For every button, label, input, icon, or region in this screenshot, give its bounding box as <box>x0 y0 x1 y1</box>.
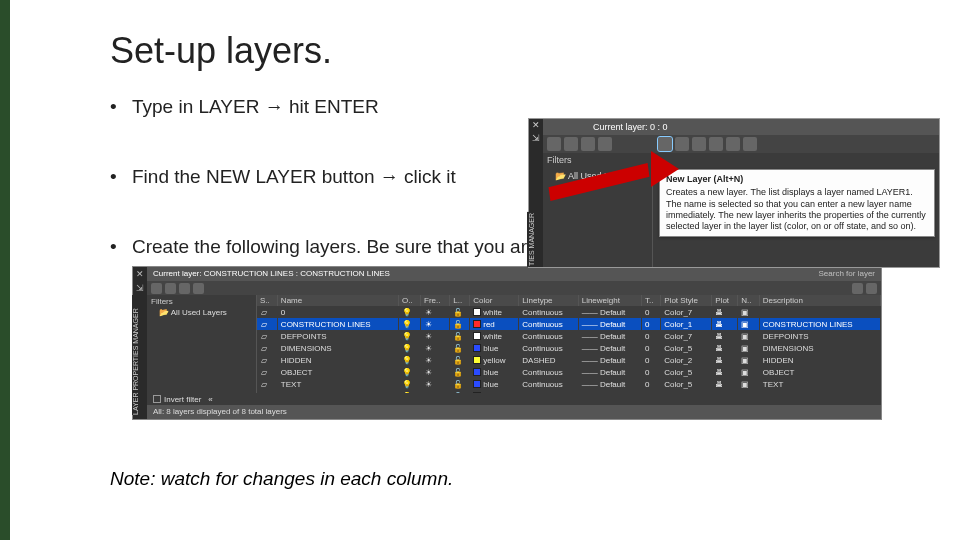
lightbulb-icon[interactable]: 💡 <box>402 392 410 394</box>
column-header[interactable]: Fre.. <box>421 295 450 306</box>
toolbar-icon[interactable] <box>598 137 612 151</box>
cell[interactable]: OBJECT <box>759 366 880 378</box>
cell[interactable]: ▣ <box>738 378 760 390</box>
cell[interactable]: Continuous <box>519 378 578 390</box>
layer-row[interactable]: ▱0💡☀🔓whiteContinuous—— Default0Color_7🖶▣ <box>257 306 881 318</box>
column-header[interactable]: L.. <box>450 295 470 306</box>
lightbulb-icon[interactable]: 💡 <box>402 344 410 353</box>
cell[interactable]: 🖶 <box>712 306 738 318</box>
cell[interactable]: red <box>470 318 519 330</box>
filter-all-used[interactable]: 📂 All Used Layers <box>151 306 252 319</box>
cell[interactable]: Continuous <box>519 390 578 393</box>
close-icon[interactable]: ✕ <box>136 269 144 279</box>
lock-icon[interactable]: 🔓 <box>453 356 461 365</box>
cell[interactable]: Color_2 <box>661 354 712 366</box>
new-vp-icon[interactable]: ▣ <box>741 320 749 329</box>
cell[interactable]: 🔓 <box>450 306 470 318</box>
lock-icon[interactable]: 🔓 <box>453 368 461 377</box>
cell[interactable]: 🖶 <box>712 366 738 378</box>
cell[interactable]: ☀ <box>421 378 450 390</box>
settings-icon[interactable] <box>866 283 877 294</box>
cell[interactable]: DIMENSIONS <box>277 342 398 354</box>
refresh-icon[interactable] <box>852 283 863 294</box>
color-swatch[interactable] <box>473 344 481 352</box>
color-swatch[interactable] <box>473 320 481 328</box>
plot-icon[interactable]: 🖶 <box>715 380 723 389</box>
column-header[interactable]: Description <box>759 295 880 306</box>
cell[interactable]: ▱ <box>257 354 277 366</box>
cell[interactable]: —— Default <box>578 318 641 330</box>
cell[interactable]: blue <box>470 378 519 390</box>
sun-icon[interactable]: ☀ <box>424 392 432 394</box>
cell[interactable]: Continuous <box>519 330 578 342</box>
column-header[interactable]: Name <box>277 295 398 306</box>
cell[interactable]: TEXT <box>277 378 398 390</box>
cell[interactable]: —— Default <box>578 366 641 378</box>
sun-icon[interactable]: ☀ <box>424 320 432 329</box>
cell[interactable]: 💡 <box>398 378 420 390</box>
set-current-icon[interactable] <box>193 283 204 294</box>
cell[interactable]: HIDDEN <box>759 354 880 366</box>
column-header[interactable]: Linetype <box>519 295 578 306</box>
cell[interactable]: ☀ <box>421 354 450 366</box>
cell[interactable]: ▣ <box>738 306 760 318</box>
new-vp-icon[interactable]: ▣ <box>741 368 749 377</box>
new-vp-icon[interactable]: ▣ <box>741 308 749 317</box>
cell[interactable]: ▣ <box>738 330 760 342</box>
sun-icon[interactable]: ☀ <box>424 308 432 317</box>
cell[interactable]: 💡 <box>398 366 420 378</box>
column-header[interactable]: Color <box>470 295 519 306</box>
layer-row[interactable]: ▱CONSTRUCTION LINES💡☀🔓redContinuous—— De… <box>257 318 881 330</box>
lightbulb-icon[interactable]: 💡 <box>402 332 410 341</box>
sun-icon[interactable]: ☀ <box>424 332 432 341</box>
cell[interactable]: ▣ <box>738 366 760 378</box>
new-layer-icon[interactable] <box>151 283 162 294</box>
cell[interactable]: CONSTRUCTION LINES <box>759 318 880 330</box>
cell[interactable]: DEFPOINTS <box>277 330 398 342</box>
cell[interactable]: TITLE BLOCK <box>277 390 398 393</box>
cell[interactable]: ▣ <box>738 318 760 330</box>
column-header[interactable]: N.. <box>738 295 760 306</box>
cell[interactable]: Continuous <box>519 306 578 318</box>
cell[interactable]: 0 <box>277 306 398 318</box>
cell[interactable]: Color_1 <box>661 318 712 330</box>
toolbar-icon[interactable] <box>675 137 689 151</box>
cell[interactable]: Color_7 <box>661 306 712 318</box>
lock-icon[interactable]: 🔓 <box>453 320 461 329</box>
cell[interactable]: white <box>470 306 519 318</box>
cell[interactable]: ☀ <box>421 366 450 378</box>
pin-icon[interactable]: ⇲ <box>532 134 540 143</box>
lightbulb-icon[interactable]: 💡 <box>402 368 410 377</box>
cell[interactable]: 🖶 <box>712 354 738 366</box>
cell[interactable]: DASHED <box>519 354 578 366</box>
cell[interactable]: 💡 <box>398 342 420 354</box>
lightbulb-icon[interactable]: 💡 <box>402 380 410 389</box>
cell[interactable]: Color_5 <box>661 366 712 378</box>
layer-row[interactable]: ▱TITLE BLOCK💡☀🔓greenContinuous—— Default… <box>257 390 881 393</box>
cell[interactable]: Color_3 <box>661 390 712 393</box>
sun-icon[interactable]: ☀ <box>424 368 432 377</box>
cell[interactable]: green <box>470 390 519 393</box>
cell[interactable]: yellow <box>470 354 519 366</box>
lock-icon[interactable]: 🔓 <box>453 392 461 394</box>
plot-icon[interactable]: 🖶 <box>715 368 723 377</box>
cell[interactable]: —— Default <box>578 306 641 318</box>
color-swatch[interactable] <box>473 368 481 376</box>
color-swatch[interactable] <box>473 332 481 340</box>
lightbulb-icon[interactable]: 💡 <box>402 308 410 317</box>
cell[interactable]: ☀ <box>421 330 450 342</box>
cell[interactable]: ☀ <box>421 390 450 393</box>
cell[interactable]: blue <box>470 366 519 378</box>
cell[interactable]: 💡 <box>398 318 420 330</box>
new-vp-icon[interactable]: ▣ <box>741 344 749 353</box>
cell[interactable]: 🖶 <box>712 318 738 330</box>
cell[interactable]: OBJECT <box>277 366 398 378</box>
lock-icon[interactable]: 🔓 <box>453 344 461 353</box>
cell[interactable]: TEXT <box>759 378 880 390</box>
cell[interactable]: Color_5 <box>661 378 712 390</box>
cell[interactable]: 0 <box>641 330 660 342</box>
cell[interactable]: 💡 <box>398 354 420 366</box>
lightbulb-icon[interactable]: 💡 <box>402 356 410 365</box>
cell[interactable]: 🔓 <box>450 318 470 330</box>
cell[interactable]: ☀ <box>421 342 450 354</box>
